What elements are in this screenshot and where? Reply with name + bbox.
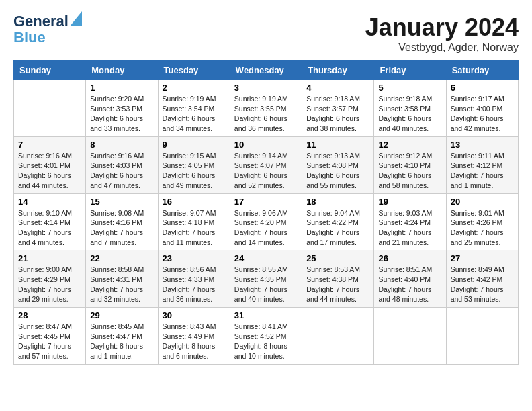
day-info: Sunrise: 8:53 AM Sunset: 4:38 PM Dayligh… bbox=[306, 265, 369, 304]
svg-marker-0 bbox=[70, 11, 82, 26]
day-info: Sunrise: 9:12 AM Sunset: 4:10 PM Dayligh… bbox=[378, 151, 441, 191]
header-saturday: Saturday bbox=[446, 61, 518, 80]
calendar-cell: 1Sunrise: 9:20 AM Sunset: 3:53 PM Daylig… bbox=[86, 80, 158, 137]
calendar-cell bbox=[374, 308, 446, 365]
day-number: 10 bbox=[234, 140, 298, 150]
day-info: Sunrise: 9:10 AM Sunset: 4:14 PM Dayligh… bbox=[18, 208, 81, 248]
day-info: Sunrise: 9:08 AM Sunset: 4:16 PM Dayligh… bbox=[90, 208, 153, 248]
day-number: 5 bbox=[378, 83, 441, 93]
day-number: 20 bbox=[451, 197, 514, 207]
day-number: 26 bbox=[378, 253, 441, 263]
page-header: General Blue January 2024 Vestbygd, Agde… bbox=[13, 13, 519, 54]
day-number: 28 bbox=[18, 310, 81, 320]
calendar-cell: 21Sunrise: 9:00 AM Sunset: 4:29 PM Dayli… bbox=[14, 250, 86, 308]
calendar-cell: 24Sunrise: 8:55 AM Sunset: 4:35 PM Dayli… bbox=[230, 250, 302, 308]
day-number: 21 bbox=[18, 253, 81, 263]
week-row-2: 7Sunrise: 9:16 AM Sunset: 4:01 PM Daylig… bbox=[14, 136, 519, 193]
day-info: Sunrise: 9:04 AM Sunset: 4:22 PM Dayligh… bbox=[306, 208, 369, 248]
day-number: 13 bbox=[451, 140, 514, 150]
day-number: 9 bbox=[163, 140, 226, 150]
month-title: January 2024 bbox=[365, 13, 519, 42]
day-info: Sunrise: 9:18 AM Sunset: 3:57 PM Dayligh… bbox=[306, 94, 369, 134]
day-number: 15 bbox=[90, 197, 153, 207]
header-tuesday: Tuesday bbox=[158, 61, 230, 80]
calendar-cell: 29Sunrise: 8:45 AM Sunset: 4:47 PM Dayli… bbox=[86, 308, 158, 365]
day-number: 25 bbox=[306, 253, 369, 263]
calendar-cell: 26Sunrise: 8:51 AM Sunset: 4:40 PM Dayli… bbox=[374, 250, 446, 308]
calendar-cell: 16Sunrise: 9:07 AM Sunset: 4:18 PM Dayli… bbox=[158, 193, 230, 250]
calendar-cell bbox=[14, 80, 86, 137]
header-sunday: Sunday bbox=[14, 61, 86, 80]
day-info: Sunrise: 8:56 AM Sunset: 4:33 PM Dayligh… bbox=[163, 265, 226, 304]
calendar-cell: 17Sunrise: 9:06 AM Sunset: 4:20 PM Dayli… bbox=[230, 193, 302, 250]
calendar-cell bbox=[446, 308, 518, 365]
calendar-cell: 10Sunrise: 9:14 AM Sunset: 4:07 PM Dayli… bbox=[230, 136, 302, 193]
day-number: 23 bbox=[163, 253, 226, 263]
calendar-cell: 8Sunrise: 9:16 AM Sunset: 4:03 PM Daylig… bbox=[86, 136, 158, 193]
location: Vestbygd, Agder, Norway bbox=[365, 42, 519, 54]
calendar-cell: 20Sunrise: 9:01 AM Sunset: 4:26 PM Dayli… bbox=[446, 193, 518, 250]
calendar-cell: 7Sunrise: 9:16 AM Sunset: 4:01 PM Daylig… bbox=[14, 136, 86, 193]
title-block: January 2024 Vestbygd, Agder, Norway bbox=[365, 13, 519, 54]
day-number: 1 bbox=[90, 83, 153, 93]
calendar-cell: 25Sunrise: 8:53 AM Sunset: 4:38 PM Dayli… bbox=[302, 250, 374, 308]
day-info: Sunrise: 9:06 AM Sunset: 4:20 PM Dayligh… bbox=[234, 208, 298, 248]
calendar-cell: 18Sunrise: 9:04 AM Sunset: 4:22 PM Dayli… bbox=[302, 193, 374, 250]
day-number: 30 bbox=[163, 310, 226, 320]
calendar-cell bbox=[302, 308, 374, 365]
day-number: 4 bbox=[306, 83, 369, 93]
day-info: Sunrise: 9:11 AM Sunset: 4:12 PM Dayligh… bbox=[451, 151, 514, 191]
logo: General Blue bbox=[13, 13, 82, 46]
day-number: 3 bbox=[234, 83, 298, 93]
day-info: Sunrise: 8:55 AM Sunset: 4:35 PM Dayligh… bbox=[234, 265, 298, 304]
calendar-cell: 11Sunrise: 9:13 AM Sunset: 4:08 PM Dayli… bbox=[302, 136, 374, 193]
day-number: 31 bbox=[234, 310, 298, 320]
calendar-cell: 30Sunrise: 8:43 AM Sunset: 4:49 PM Dayli… bbox=[158, 308, 230, 365]
day-number: 27 bbox=[451, 253, 514, 263]
day-number: 19 bbox=[378, 197, 441, 207]
day-info: Sunrise: 8:45 AM Sunset: 4:47 PM Dayligh… bbox=[90, 322, 153, 361]
calendar-cell: 3Sunrise: 9:19 AM Sunset: 3:55 PM Daylig… bbox=[230, 80, 302, 137]
day-info: Sunrise: 9:18 AM Sunset: 3:58 PM Dayligh… bbox=[378, 94, 441, 134]
week-row-4: 21Sunrise: 9:00 AM Sunset: 4:29 PM Dayli… bbox=[14, 250, 519, 308]
day-info: Sunrise: 9:13 AM Sunset: 4:08 PM Dayligh… bbox=[306, 151, 369, 191]
calendar-cell: 9Sunrise: 9:15 AM Sunset: 4:05 PM Daylig… bbox=[158, 136, 230, 193]
calendar-cell: 27Sunrise: 8:49 AM Sunset: 4:42 PM Dayli… bbox=[446, 250, 518, 308]
day-number: 18 bbox=[306, 197, 369, 207]
day-info: Sunrise: 8:58 AM Sunset: 4:31 PM Dayligh… bbox=[90, 265, 153, 304]
calendar-cell: 5Sunrise: 9:18 AM Sunset: 3:58 PM Daylig… bbox=[374, 80, 446, 137]
calendar-cell: 23Sunrise: 8:56 AM Sunset: 4:33 PM Dayli… bbox=[158, 250, 230, 308]
logo-icon bbox=[70, 11, 82, 26]
calendar-cell: 4Sunrise: 9:18 AM Sunset: 3:57 PM Daylig… bbox=[302, 80, 374, 137]
day-info: Sunrise: 9:01 AM Sunset: 4:26 PM Dayligh… bbox=[451, 208, 514, 248]
calendar-cell: 19Sunrise: 9:03 AM Sunset: 4:24 PM Dayli… bbox=[374, 193, 446, 250]
week-row-3: 14Sunrise: 9:10 AM Sunset: 4:14 PM Dayli… bbox=[14, 193, 519, 250]
day-info: Sunrise: 8:49 AM Sunset: 4:42 PM Dayligh… bbox=[451, 265, 514, 304]
week-row-5: 28Sunrise: 8:47 AM Sunset: 4:45 PM Dayli… bbox=[14, 308, 519, 365]
day-number: 22 bbox=[90, 253, 153, 263]
day-info: Sunrise: 9:14 AM Sunset: 4:07 PM Dayligh… bbox=[234, 151, 298, 191]
calendar-cell: 14Sunrise: 9:10 AM Sunset: 4:14 PM Dayli… bbox=[14, 193, 86, 250]
day-info: Sunrise: 8:41 AM Sunset: 4:52 PM Dayligh… bbox=[234, 322, 298, 361]
day-number: 6 bbox=[451, 83, 514, 93]
day-number: 14 bbox=[18, 197, 81, 207]
calendar-header-row: SundayMondayTuesdayWednesdayThursdayFrid… bbox=[14, 61, 519, 80]
calendar-cell: 28Sunrise: 8:47 AM Sunset: 4:45 PM Dayli… bbox=[14, 308, 86, 365]
logo-blue: Blue bbox=[13, 30, 46, 46]
calendar-cell: 13Sunrise: 9:11 AM Sunset: 4:12 PM Dayli… bbox=[446, 136, 518, 193]
day-number: 8 bbox=[90, 140, 153, 150]
day-number: 11 bbox=[306, 140, 369, 150]
header-monday: Monday bbox=[86, 61, 158, 80]
header-friday: Friday bbox=[374, 61, 446, 80]
day-number: 7 bbox=[18, 140, 81, 150]
day-info: Sunrise: 9:19 AM Sunset: 3:54 PM Dayligh… bbox=[163, 94, 226, 134]
day-info: Sunrise: 8:47 AM Sunset: 4:45 PM Dayligh… bbox=[18, 322, 81, 361]
day-number: 12 bbox=[378, 140, 441, 150]
calendar-cell: 2Sunrise: 9:19 AM Sunset: 3:54 PM Daylig… bbox=[158, 80, 230, 137]
day-info: Sunrise: 9:16 AM Sunset: 4:03 PM Dayligh… bbox=[90, 151, 153, 191]
day-number: 16 bbox=[163, 197, 226, 207]
header-wednesday: Wednesday bbox=[230, 61, 302, 80]
day-info: Sunrise: 9:19 AM Sunset: 3:55 PM Dayligh… bbox=[234, 94, 298, 134]
calendar-cell: 15Sunrise: 9:08 AM Sunset: 4:16 PM Dayli… bbox=[86, 193, 158, 250]
calendar-cell: 22Sunrise: 8:58 AM Sunset: 4:31 PM Dayli… bbox=[86, 250, 158, 308]
